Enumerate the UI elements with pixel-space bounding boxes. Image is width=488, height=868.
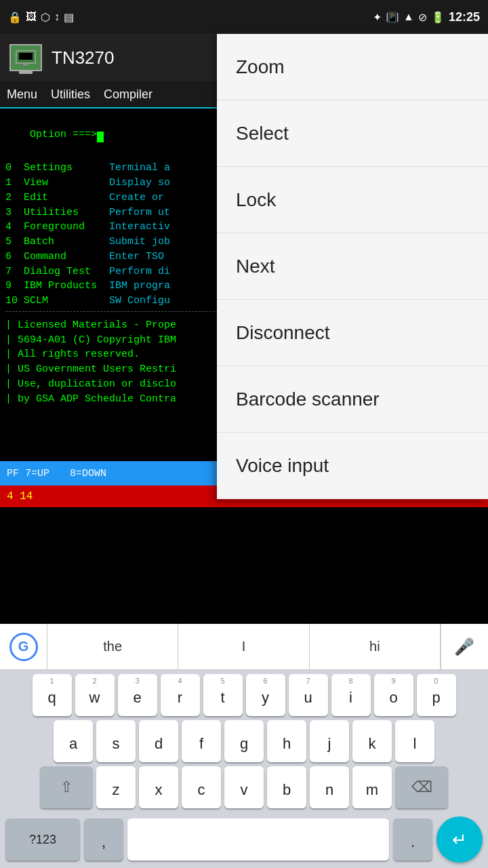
key-r[interactable]: 4r xyxy=(161,674,200,716)
svg-rect-1 xyxy=(19,53,33,60)
menu-item-compiler[interactable]: Compiler xyxy=(104,87,152,102)
key-p[interactable]: 0p xyxy=(417,674,456,716)
suggestion-i[interactable]: I xyxy=(178,624,309,670)
key-i[interactable]: 8i xyxy=(331,674,371,716)
numbers-key[interactable]: ?123 xyxy=(5,818,80,861)
status-time: 12:25 xyxy=(449,10,480,24)
vibrate-icon: 📳 xyxy=(386,11,399,24)
key-z[interactable]: z xyxy=(96,766,136,808)
menu-item-menu[interactable]: Menu xyxy=(7,87,37,102)
key-row-1: 1q 2w 3e 4r 5t 6y 7u 8i 9o 0p xyxy=(3,674,485,716)
svg-rect-2 xyxy=(23,64,28,66)
key-n[interactable]: n xyxy=(310,766,349,808)
key-d[interactable]: d xyxy=(139,720,178,762)
key-k[interactable]: k xyxy=(352,720,392,762)
google-button[interactable]: G xyxy=(0,624,47,670)
pf-8down: 8=DOWN xyxy=(70,468,106,479)
overlay-menu: Zoom Select Lock Next Disconnect Barcode… xyxy=(217,34,488,499)
wifi-icon: ▲ xyxy=(403,11,414,23)
key-l[interactable]: l xyxy=(395,720,434,762)
key-v[interactable]: v xyxy=(224,766,264,808)
app-icon xyxy=(9,44,42,71)
keyboard-rows: 1q 2w 3e 4r 5t 6y 7u 8i 9o 0p a s d f g … xyxy=(0,670,488,816)
status-icons-right: ✦ 📳 ▲ ⊘ 🔋 12:25 xyxy=(373,10,480,24)
lock-icon: 🔒 xyxy=(8,11,22,24)
menu-item-zoom[interactable]: Zoom xyxy=(217,34,488,100)
space-key[interactable] xyxy=(127,818,389,861)
suggestion-hi[interactable]: hi xyxy=(310,624,441,670)
keyboard-bottom-row: ?123 , . ↵ xyxy=(0,816,488,868)
battery-icon: 🔋 xyxy=(431,11,445,24)
enter-key[interactable]: ↵ xyxy=(436,816,483,863)
key-j[interactable]: j xyxy=(310,720,349,762)
menu-item-barcode-scanner[interactable]: Barcode scanner xyxy=(217,366,488,433)
nav-icon: ⬡ xyxy=(41,11,50,24)
key-o[interactable]: 9o xyxy=(374,674,413,716)
pf-7up: PF 7=UP xyxy=(7,468,49,479)
key-w[interactable]: 2w xyxy=(75,674,115,716)
image-icon: 🖼 xyxy=(26,11,37,23)
key-u[interactable]: 7u xyxy=(289,674,328,716)
status-bar: 🔒 🖼 ⬡ ↕ ▤ ✦ 📳 ▲ ⊘ 🔋 12:25 xyxy=(0,0,488,34)
menu-item-lock[interactable]: Lock xyxy=(217,167,488,233)
app-title: TN3270 xyxy=(52,47,115,68)
message-icon: ▤ xyxy=(64,11,74,24)
mic-button[interactable]: 🎤 xyxy=(441,624,488,670)
key-s[interactable]: s xyxy=(96,720,136,762)
suggestion-the[interactable]: the xyxy=(47,624,178,670)
comma-key[interactable]: , xyxy=(84,818,123,861)
nosim-icon: ⊘ xyxy=(418,11,427,24)
arrow-icon: ↕ xyxy=(54,11,60,23)
menu-item-select[interactable]: Select xyxy=(217,100,488,167)
key-row-2: a s d f g h j k l xyxy=(3,720,485,762)
menu-item-next[interactable]: Next xyxy=(217,233,488,300)
google-g-icon: G xyxy=(9,633,38,661)
key-a[interactable]: a xyxy=(54,720,93,762)
key-b[interactable]: b xyxy=(267,766,306,808)
key-h[interactable]: h xyxy=(267,720,306,762)
menu-item-voice-input[interactable]: Voice input xyxy=(217,433,488,499)
keyboard-suggestions: G the I hi 🎤 xyxy=(0,624,488,670)
status-icons-left: 🔒 🖼 ⬡ ↕ ▤ xyxy=(8,11,74,24)
key-row-3: ⇧ z x c v b n m ⌫ xyxy=(3,766,485,808)
backspace-key[interactable]: ⌫ xyxy=(395,766,448,808)
key-g[interactable]: g xyxy=(224,720,264,762)
bluetooth-icon: ✦ xyxy=(373,11,382,24)
key-t[interactable]: 5t xyxy=(203,674,243,716)
keyboard: G the I hi 🎤 1q 2w 3e 4r 5t 6y 7u 8i 9o … xyxy=(0,624,488,868)
key-x[interactable]: x xyxy=(139,766,178,808)
period-key[interactable]: . xyxy=(393,818,432,861)
menu-item-disconnect[interactable]: Disconnect xyxy=(217,300,488,366)
key-e[interactable]: 3e xyxy=(118,674,157,716)
red-bar-text: 4 14 xyxy=(7,490,33,502)
key-c[interactable]: c xyxy=(182,766,221,808)
key-m[interactable]: m xyxy=(352,766,392,808)
shift-key[interactable]: ⇧ xyxy=(40,766,93,808)
menu-item-utilities[interactable]: Utilities xyxy=(51,87,90,102)
key-q[interactable]: 1q xyxy=(33,674,72,716)
key-f[interactable]: f xyxy=(182,720,221,762)
key-y[interactable]: 6y xyxy=(246,674,285,716)
